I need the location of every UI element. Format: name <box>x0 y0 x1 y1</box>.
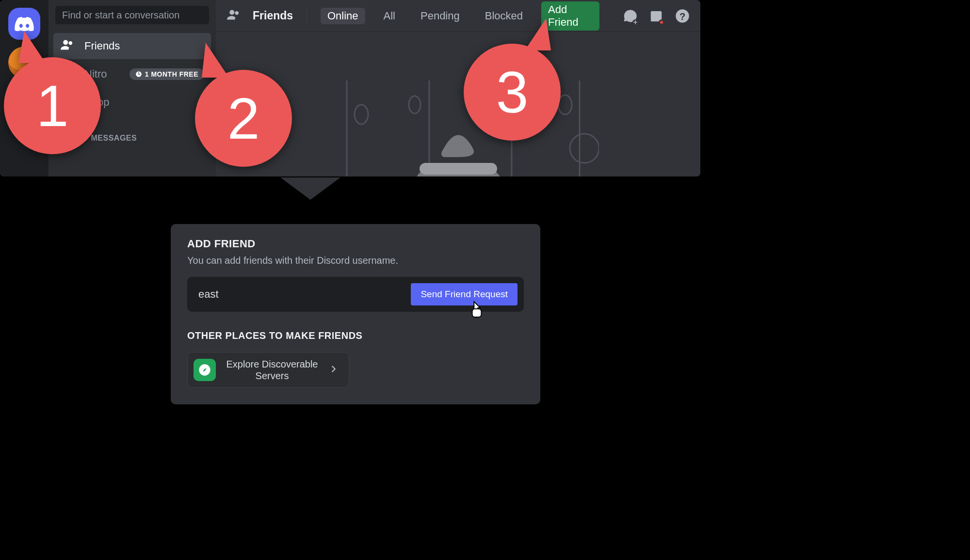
svg-point-20 <box>570 134 599 163</box>
find-conversation-input[interactable]: Find or start a conversation <box>55 6 209 24</box>
step-number: 3 <box>496 59 529 126</box>
nitro-badge-text: 1 MONTH FREE <box>145 70 198 78</box>
tab-online[interactable]: Online <box>321 8 365 24</box>
nav-friends[interactable]: Friends <box>53 33 211 59</box>
divider <box>307 9 307 23</box>
page-title: Friends <box>253 9 293 22</box>
compass-icon <box>194 359 216 381</box>
explore-servers-button[interactable]: Explore Discoverable Servers <box>187 352 349 388</box>
step-callout-2: 2 <box>195 70 292 167</box>
tab-all[interactable]: All <box>377 8 402 24</box>
explore-servers-label: Explore Discoverable Servers <box>224 358 321 382</box>
main-column: Friends Online All Pending Blocked Add F… <box>216 0 700 176</box>
svg-point-15 <box>355 105 368 124</box>
step-number: 1 <box>36 72 69 139</box>
add-friend-subtitle: You can add friends with their Discord u… <box>187 255 524 266</box>
step-number: 2 <box>227 85 260 152</box>
svg-rect-6 <box>651 11 662 20</box>
new-group-dm-icon[interactable] <box>623 8 637 24</box>
chevron-right-icon <box>328 364 339 376</box>
step-arrow-icon <box>280 177 340 200</box>
add-friend-input-row: Send Friend Request <box>187 277 524 312</box>
svg-rect-22 <box>420 163 497 175</box>
friends-icon <box>226 9 241 23</box>
step-callout-3: 3 <box>464 44 561 141</box>
nav-friends-label: Friends <box>84 40 120 52</box>
tab-pending[interactable]: Pending <box>414 8 467 24</box>
add-friend-panel: ADD FRIEND You can add friends with thei… <box>171 224 540 404</box>
add-friend-username-input[interactable] <box>198 288 404 301</box>
discord-window-top: Find or start a conversation Friends Nit… <box>0 0 700 176</box>
inbox-icon[interactable] <box>649 8 663 24</box>
svg-text:?: ? <box>679 11 685 21</box>
friends-topbar: Friends Online All Pending Blocked Add F… <box>216 0 700 32</box>
svg-point-16 <box>409 96 420 113</box>
help-icon[interactable]: ? <box>675 8 690 24</box>
send-friend-request-button[interactable]: Send Friend Request <box>411 283 517 305</box>
friends-icon <box>60 39 75 53</box>
tab-blocked[interactable]: Blocked <box>478 8 530 24</box>
nitro-promo-badge: 1 MONTH FREE <box>129 68 204 80</box>
other-places-title: OTHER PLACES TO MAKE FRIENDS <box>187 330 524 341</box>
add-friend-title: ADD FRIEND <box>187 238 524 250</box>
step-callout-1: 1 <box>4 57 101 154</box>
notification-dot <box>659 19 664 25</box>
